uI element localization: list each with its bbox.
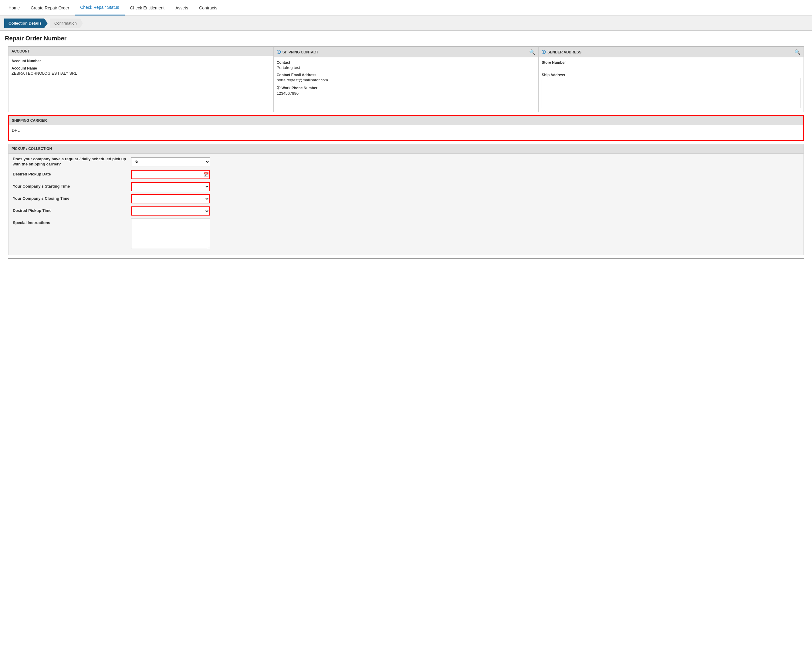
ship-address-label: Ship Address xyxy=(542,73,801,77)
desired-pickup-date-field-wrap: 📅 xyxy=(131,170,210,179)
account-header-label: ACCOUNT xyxy=(11,49,30,53)
contact-value: Portalreg test xyxy=(277,65,536,70)
nav-create-repair-order[interactable]: Create Repair Order xyxy=(25,1,75,15)
main-content: Repair Order Number ACCOUNT Account Numb… xyxy=(0,31,812,266)
account-panel: ACCOUNT Account Number Account Name ZEBR… xyxy=(8,47,274,112)
sender-address-info-icon: ⓘ xyxy=(542,50,546,55)
phone-label-wrap: ⓘ Work Phone Number xyxy=(277,85,536,91)
shipping-contact-search-icon[interactable]: 🔍 xyxy=(529,49,535,55)
outer-container: ACCOUNT Account Number Account Name ZEBR… xyxy=(8,46,804,259)
phone-label: Work Phone Number xyxy=(282,86,317,90)
shipping-contact-panel: ⓘ SHIPPING CONTACT 🔍 Contact Portalreg t… xyxy=(274,47,539,112)
sender-address-body: Store Number Ship Address xyxy=(539,57,804,112)
special-instructions-label: Special Instructions xyxy=(13,218,128,225)
starting-time-select[interactable] xyxy=(131,182,210,191)
date-wrap: 📅 xyxy=(131,170,210,179)
starting-time-label: Your Company's Starting Time xyxy=(13,184,128,189)
phone-info-icon: ⓘ xyxy=(277,85,280,91)
desired-pickup-date-label: Desired Pickup Date xyxy=(13,172,128,177)
email-label: Contact Email Address xyxy=(277,73,536,77)
desired-pickup-date-input[interactable] xyxy=(131,170,210,179)
email-value: portalregtest@mailinator.com xyxy=(277,78,536,82)
steps-bar: Collection Details Confirmation xyxy=(0,16,812,31)
shipping-contact-header: ⓘ SHIPPING CONTACT 🔍 xyxy=(274,47,539,57)
step-collection-details[interactable]: Collection Details xyxy=(4,18,48,28)
phone-value: 1234567890 xyxy=(277,91,536,95)
regular-pickup-field-wrap: No Yes xyxy=(131,157,210,167)
desired-pickup-date-row: Desired Pickup Date 📅 xyxy=(13,170,799,179)
calendar-icon[interactable]: 📅 xyxy=(203,172,209,177)
sender-address-search-icon[interactable]: 🔍 xyxy=(794,49,801,55)
shipping-carrier-value: DHL xyxy=(12,128,20,133)
regular-pickup-select[interactable]: No Yes xyxy=(131,157,210,167)
pickup-body: Does your company have a regular / daily… xyxy=(8,154,804,255)
nav-contracts[interactable]: Contracts xyxy=(194,1,223,15)
page-title: Repair Order Number xyxy=(5,35,807,42)
store-number-value xyxy=(542,65,801,70)
pickup-section-header: PICKUP / COLLECTION xyxy=(8,144,804,154)
account-panel-body: Account Number Account Name ZEBRA TECHNO… xyxy=(8,56,273,104)
closing-time-label: Your Company's Closing Time xyxy=(13,196,128,201)
shipping-carrier-section: SHIPPING CARRIER DHL xyxy=(8,115,804,141)
pickup-section: PICKUP / COLLECTION Does your company ha… xyxy=(8,144,804,255)
ship-address-textarea[interactable] xyxy=(542,78,801,108)
desired-pickup-time-row: Desired Pickup Time xyxy=(13,207,799,215)
contact-label: Contact xyxy=(277,60,536,65)
nav-check-entitlement[interactable]: Check Entitlement xyxy=(125,1,170,15)
regular-pickup-row: Does your company have a regular / daily… xyxy=(13,157,799,167)
shipping-carrier-body: DHL xyxy=(9,125,803,140)
sender-address-header: ⓘ SENDER ADDRESS 🔍 xyxy=(539,47,804,57)
shipping-carrier-header: SHIPPING CARRIER xyxy=(9,116,803,125)
nav-home[interactable]: Home xyxy=(3,1,25,15)
nav-assets[interactable]: Assets xyxy=(170,1,194,15)
sender-address-panel: ⓘ SENDER ADDRESS 🔍 Store Number Ship Add… xyxy=(539,47,804,112)
special-instructions-textarea[interactable] xyxy=(131,218,210,249)
account-name-label: Account Name xyxy=(11,66,270,70)
desired-pickup-time-label: Desired Pickup Time xyxy=(13,208,128,213)
desired-pickup-time-field-wrap xyxy=(131,207,210,215)
store-number-label: Store Number xyxy=(542,60,801,65)
top-panels: ACCOUNT Account Number Account Name ZEBR… xyxy=(8,47,804,112)
account-panel-header: ACCOUNT xyxy=(8,47,273,56)
sender-address-header-label: SENDER ADDRESS xyxy=(547,50,581,54)
closing-time-row: Your Company's Closing Time xyxy=(13,194,799,204)
account-number-label: Account Number xyxy=(11,59,270,63)
starting-time-row: Your Company's Starting Time xyxy=(13,182,799,191)
closing-time-field-wrap xyxy=(131,194,210,204)
starting-time-field-wrap xyxy=(131,182,210,191)
desired-pickup-time-select[interactable] xyxy=(131,207,210,215)
closing-time-select[interactable] xyxy=(131,194,210,204)
shipping-contact-info-icon: ⓘ xyxy=(277,50,281,55)
regular-pickup-label: Does your company have a regular / daily… xyxy=(13,157,128,167)
step-confirmation[interactable]: Confirmation xyxy=(50,18,83,28)
shipping-contact-header-label: SHIPPING CONTACT xyxy=(283,50,318,54)
shipping-contact-body: Contact Portalreg test Contact Email Add… xyxy=(274,57,539,106)
account-name-value: ZEBRA TECHNOLOGIES ITALY SRL xyxy=(11,71,270,76)
nav-check-repair-status[interactable]: Check Repair Status xyxy=(75,0,124,16)
special-instructions-row: Special Instructions xyxy=(13,218,799,249)
top-navigation: Home Create Repair Order Check Repair St… xyxy=(0,0,812,16)
